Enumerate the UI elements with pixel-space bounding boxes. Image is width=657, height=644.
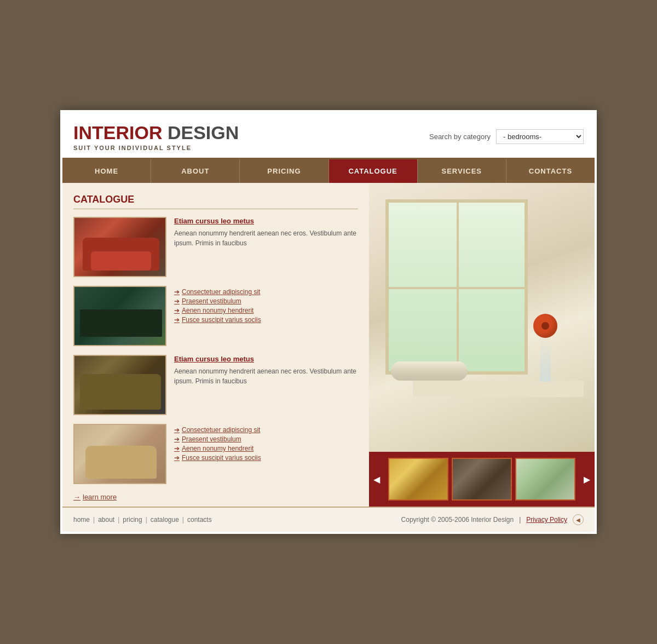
item-link-5[interactable]: ➔ Consectetuer adipiscing sit: [174, 426, 261, 434]
thumbnail-dining[interactable]: [515, 458, 575, 501]
footer-right: Copyright © 2005-2006 Interior Design | …: [401, 514, 584, 525]
catalogue-item-4: ➔ Consectetuer adipiscing sit ➔ Praesent…: [73, 424, 358, 484]
arrow-icon-1: ➔: [174, 288, 180, 296]
item-content-4: ➔ Consectetuer adipiscing sit ➔ Praesent…: [174, 426, 261, 484]
nav-catalogue[interactable]: CATALOGUE: [329, 159, 418, 183]
item-link-6[interactable]: ➔ Praesent vestibulum: [174, 435, 261, 443]
footer-nav-pricing[interactable]: pricing: [123, 516, 142, 524]
product-image-1: [73, 217, 166, 277]
nav-services[interactable]: SERVICES: [418, 159, 506, 183]
logo-area: INTERIOR DESIGN SUIT YOUR INDIVIDUAL STY…: [73, 122, 239, 151]
catalogue-item-1: Etiam cursus leo metus Aenean nonummy he…: [73, 217, 358, 277]
nav-pricing[interactable]: PRICING: [240, 159, 328, 183]
arrow-icon-7: ➔: [174, 445, 180, 452]
back-to-top-button[interactable]: ◀: [573, 514, 584, 525]
flower-decoration: [533, 314, 557, 338]
nav-about[interactable]: ABOUT: [151, 159, 240, 183]
learn-more-arrow: →: [73, 493, 80, 501]
footer-nav-contacts[interactable]: contacts: [187, 516, 212, 524]
footer-nav-about[interactable]: about: [98, 516, 114, 524]
main-content: CATALOGUE Etiam cursus leo metus Aenean …: [62, 183, 595, 507]
vase-decoration: [540, 338, 551, 382]
window-decoration: [385, 199, 528, 375]
catalogue-section-title: CATALOGUE: [73, 194, 358, 209]
catalogue-item-2: ➔ Consectetuer adipiscing sit ➔ Praesent…: [73, 286, 358, 346]
left-panel: CATALOGUE Etiam cursus leo metus Aenean …: [62, 183, 369, 507]
nav-home[interactable]: HOME: [62, 159, 151, 183]
navigation: HOME ABOUT PRICING CATALOGUE SERVICES CO…: [62, 159, 595, 183]
product-image-3: [73, 355, 166, 415]
header: INTERIOR DESIGN SUIT YOUR INDIVIDUAL STY…: [62, 112, 595, 159]
logo-subtitle: SUIT YOUR INDIVIDUAL STYLE: [73, 145, 239, 151]
category-select[interactable]: - bedrooms-- living rooms-- dining rooms…: [496, 129, 584, 144]
copyright-text: Copyright © 2005-2006 Interior Design: [401, 516, 514, 524]
privacy-policy-link[interactable]: Privacy Policy: [526, 516, 567, 524]
next-thumbnail-button[interactable]: ▶: [581, 474, 595, 485]
product-image-4: [73, 424, 166, 484]
footer: home | about | pricing | catalogue | con…: [62, 507, 595, 532]
footer-navigation: home | about | pricing | catalogue | con…: [73, 516, 212, 524]
item-desc-1: Aenean nonummy hendrerit aenean nec eros…: [174, 228, 358, 248]
item-content-1: Etiam cursus leo metus Aenean nonummy he…: [174, 217, 358, 277]
thumbnail-list: [382, 458, 581, 501]
main-hero-image: [369, 183, 595, 452]
item-content-3: Etiam cursus leo metus Aenean nonummy he…: [174, 355, 358, 415]
footer-nav-catalogue[interactable]: catalogue: [151, 516, 179, 524]
item-link-1[interactable]: ➔ Consectetuer adipiscing sit: [174, 288, 261, 296]
prev-thumbnail-button[interactable]: ◀: [369, 474, 382, 485]
thumbnail-kitchen[interactable]: [388, 458, 448, 501]
right-panel: ◀ ▶: [369, 183, 595, 507]
arrow-icon-6: ➔: [174, 435, 180, 443]
item-title-1[interactable]: Etiam cursus leo metus: [174, 217, 358, 225]
arrow-icon-5: ➔: [174, 426, 180, 434]
item-link-8[interactable]: ➔ Fusce suscipit varius sociis: [174, 454, 261, 462]
arrow-icon-8: ➔: [174, 454, 180, 462]
rolled-item-decoration: [391, 361, 468, 381]
arrow-icon-4: ➔: [174, 316, 180, 324]
learn-more-link[interactable]: → learn more: [73, 493, 358, 501]
item-link-4[interactable]: ➔ Fusce suscipit varius sociis: [174, 316, 261, 324]
catalogue-item-3: Etiam cursus leo metus Aenean nonummy he…: [73, 355, 358, 415]
product-image-2: [73, 286, 166, 346]
search-label: Search by category: [429, 133, 491, 141]
nav-contacts[interactable]: CONTACTS: [506, 159, 595, 183]
item-content-2: ➔ Consectetuer adipiscing sit ➔ Praesent…: [174, 288, 261, 346]
logo-title: INTERIOR DESIGN: [73, 122, 239, 143]
table-decoration: [413, 381, 584, 397]
item-desc-3: Aenean nonummy hendrerit aenean nec eros…: [174, 366, 358, 386]
item-link-3[interactable]: ➔ Aenen nonumy hendrerit: [174, 307, 261, 314]
page-wrapper: INTERIOR DESIGN SUIT YOUR INDIVIDUAL STY…: [60, 110, 597, 534]
arrow-icon-2: ➔: [174, 297, 180, 305]
item-title-3[interactable]: Etiam cursus leo metus: [174, 355, 358, 363]
footer-nav-home[interactable]: home: [73, 516, 90, 524]
item-link-7[interactable]: ➔ Aenen nonumy hendrerit: [174, 445, 261, 452]
thumbnail-bedroom[interactable]: [452, 458, 512, 501]
thumbnail-strip: ◀ ▶: [369, 452, 595, 507]
item-link-2[interactable]: ➔ Praesent vestibulum: [174, 297, 261, 305]
arrow-icon-3: ➔: [174, 307, 180, 314]
search-area: Search by category - bedrooms-- living r…: [429, 129, 584, 144]
